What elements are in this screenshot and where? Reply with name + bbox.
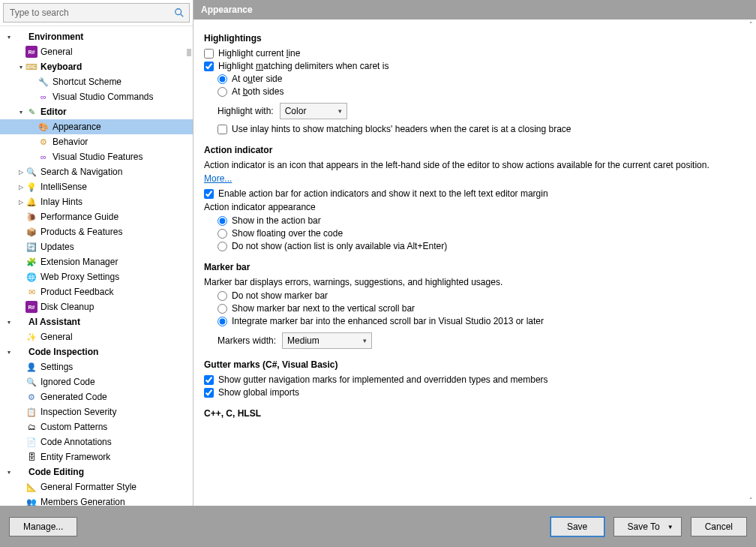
- tree-node-icon: 👥: [26, 496, 38, 506]
- cancel-button[interactable]: Cancel: [691, 517, 747, 536]
- at-outer-side-radio[interactable]: [218, 74, 227, 84]
- tree-item[interactable]: 📄Code Annotations: [0, 434, 193, 449]
- scroll-up-icon[interactable]: ˄: [749, 21, 753, 29]
- footer: Manage... Save Save To ▼ Cancel: [0, 506, 756, 547]
- mb-integrate-label: Integrate marker bar into the enhanced s…: [232, 316, 544, 326]
- tree-node-icon: ⚙: [26, 391, 38, 403]
- highlight-current-line-checkbox[interactable]: [204, 49, 214, 59]
- tree-item[interactable]: 🔄Updates: [0, 239, 193, 254]
- scroll-down-icon[interactable]: ˅: [749, 497, 753, 504]
- show-in-bar-radio[interactable]: [218, 216, 227, 226]
- svg-line-1: [181, 14, 184, 17]
- tree-item[interactable]: 🗄Entity Framework: [0, 449, 193, 464]
- save-button[interactable]: Save: [550, 517, 604, 536]
- manage-button[interactable]: Manage...: [9, 517, 77, 536]
- save-to-button[interactable]: Save To ▼: [614, 517, 682, 536]
- tree-item-label: General Formatter Style: [40, 482, 136, 492]
- tree-item[interactable]: 👤Settings: [0, 359, 193, 374]
- tree-arrow-icon[interactable]: ▾: [4, 34, 14, 41]
- tree-item[interactable]: 🌐Web Proxy Settings: [0, 269, 193, 284]
- tree-item[interactable]: ▾Code Inspection: [0, 344, 193, 359]
- tree-item-label: Web Proxy Settings: [40, 272, 119, 282]
- mb-hide-radio[interactable]: [218, 291, 227, 301]
- tree-scroll-thumb[interactable]: [187, 49, 191, 56]
- tree-node-icon: 📄: [26, 436, 38, 448]
- tree-arrow-icon[interactable]: ▷: [16, 184, 26, 191]
- tree-item-label: Code Annotations: [40, 437, 112, 447]
- tree-item[interactable]: 🔧Shortcut Scheme: [0, 74, 193, 89]
- do-not-show-radio[interactable]: [218, 242, 227, 251]
- tree-item-label: Products & Features: [40, 227, 122, 237]
- tree-node-icon: ⌨: [26, 61, 38, 73]
- tree-item[interactable]: 🐌Performance Guide: [0, 209, 193, 224]
- cpp-heading: C++, C, HLSL: [204, 408, 746, 419]
- highlight-with-select[interactable]: Color: [280, 103, 347, 119]
- markers-width-select[interactable]: Medium: [282, 332, 372, 349]
- tree-node-icon: [14, 316, 26, 328]
- tree-item-label: Search & Navigation: [40, 167, 122, 177]
- tree-item[interactable]: 🔍Ignored Code: [0, 374, 193, 389]
- at-both-sides-radio[interactable]: [218, 87, 227, 97]
- tree-item-label: IntelliSense: [40, 182, 87, 192]
- tree-item[interactable]: ⚙Behavior: [0, 134, 193, 149]
- tree-node-icon: 🗂: [26, 421, 38, 433]
- inlay-hints-checkbox[interactable]: [218, 125, 227, 134]
- tree-arrow-icon[interactable]: ▾: [16, 64, 26, 71]
- tree-item-label: Inlay Hints: [40, 197, 82, 207]
- search-input[interactable]: [8, 7, 174, 19]
- tree-arrow-icon[interactable]: ▷: [16, 199, 26, 206]
- show-floating-radio[interactable]: [218, 229, 227, 239]
- tree-item[interactable]: ∞Visual Studio Commands: [0, 89, 193, 104]
- tree-node-icon: 💡: [26, 181, 38, 193]
- tree-item[interactable]: ⚙Generated Code: [0, 389, 193, 404]
- tree-node-icon: ✉: [26, 286, 38, 298]
- tree-item[interactable]: ▾⌨Keyboard: [0, 59, 193, 74]
- tree-item[interactable]: 🗂Custom Patterns: [0, 419, 193, 434]
- tree-node-icon: ✨: [26, 331, 38, 343]
- highlight-current-line-label: Highlight current line: [218, 48, 300, 59]
- tree-arrow-icon[interactable]: ▾: [4, 469, 14, 476]
- enable-action-bar-checkbox[interactable]: [204, 189, 214, 199]
- tree-item[interactable]: ▾✎Editor: [0, 104, 193, 119]
- tree-item[interactable]: 📋Inspection Severity: [0, 404, 193, 419]
- tree-node-icon: R#: [26, 301, 38, 313]
- show-in-bar-label: Show in the action bar: [232, 215, 321, 226]
- tree-item[interactable]: 🧩Extension Manager: [0, 254, 193, 269]
- tree-item[interactable]: ▷🔍Search & Navigation: [0, 164, 193, 179]
- tree-item[interactable]: ▷🔔Inlay Hints: [0, 194, 193, 209]
- tree-item-label: Disk Cleanup: [40, 302, 94, 312]
- highlightings-heading: Highlightings: [204, 33, 746, 44]
- tree-item-label: Visual Studio Commands: [52, 92, 154, 102]
- tree-item[interactable]: ▾AI Assistant: [0, 314, 193, 329]
- mb-integrate-radio[interactable]: [218, 317, 227, 326]
- svg-point-0: [176, 9, 182, 15]
- tree-item[interactable]: 👥Members Generation: [0, 494, 193, 506]
- mb-next-radio[interactable]: [218, 304, 227, 314]
- tree-item[interactable]: ∞Visual Studio Features: [0, 149, 193, 164]
- tree-item[interactable]: 📐General Formatter Style: [0, 479, 193, 494]
- marker-bar-heading: Marker bar: [204, 262, 746, 272]
- tree-item[interactable]: ▾Code Editing: [0, 464, 193, 479]
- tree-item-label: Code Inspection: [28, 347, 98, 357]
- tree-item[interactable]: ✉Product Feedback: [0, 284, 193, 299]
- tree-item[interactable]: ▾Environment: [0, 29, 193, 44]
- tree-arrow-icon[interactable]: ▾: [4, 349, 14, 356]
- search-icon: [174, 8, 184, 18]
- tree-arrow-icon[interactable]: ▾: [4, 319, 14, 326]
- search-box[interactable]: [3, 3, 190, 23]
- tree-item[interactable]: 🎨Appearance: [0, 119, 193, 134]
- tree-item[interactable]: ▷💡IntelliSense: [0, 179, 193, 194]
- gutter-nav-checkbox[interactable]: [204, 375, 214, 385]
- tree-node-icon: 🌐: [26, 271, 38, 283]
- tree-arrow-icon[interactable]: ▾: [16, 109, 26, 116]
- more-link[interactable]: More...: [204, 173, 232, 184]
- tree-item[interactable]: 📦Products & Features: [0, 224, 193, 239]
- tree-item[interactable]: ✨General: [0, 329, 193, 344]
- highlight-matching-checkbox[interactable]: [204, 62, 214, 71]
- tree-arrow-icon[interactable]: ▷: [16, 169, 26, 176]
- tree-item[interactable]: R#Disk Cleanup: [0, 299, 193, 314]
- nav-tree[interactable]: ▾EnvironmentR#General▾⌨Keyboard🔧Shortcut…: [0, 26, 193, 506]
- tree-item[interactable]: R#General: [0, 44, 193, 59]
- tree-item-label: Entity Framework: [40, 452, 110, 462]
- gutter-global-checkbox[interactable]: [204, 388, 214, 398]
